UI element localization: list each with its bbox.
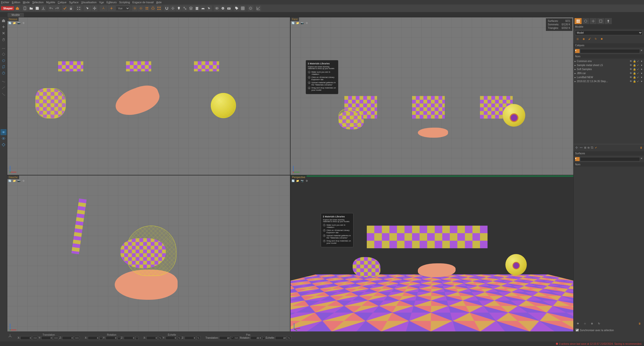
sym-y-icon[interactable] <box>138 6 144 11</box>
layer-filter-input[interactable] <box>580 49 640 53</box>
rp-tab-2-icon[interactable] <box>582 18 589 24</box>
open-icon[interactable] <box>28 6 34 11</box>
apply-icon[interactable] <box>62 6 68 11</box>
chevron-down-icon[interactable]: ▾ <box>640 60 643 63</box>
rp-brush-icon[interactable]: 🖌 <box>587 36 592 41</box>
tx-input[interactable] <box>20 336 32 340</box>
layer-row[interactable]: ▸Common env👁🔒✓▾ <box>574 59 644 63</box>
menu-modele[interactable]: Modèle <box>46 1 55 4</box>
vp-gear-icon[interactable]: ⚙ <box>305 21 309 25</box>
lt-diamond-icon[interactable] <box>1 51 7 57</box>
grid-icon[interactable] <box>240 6 246 11</box>
sym-xy-icon[interactable] <box>144 6 150 11</box>
gizmo-icon[interactable] <box>100 6 107 11</box>
redo-icon[interactable] <box>54 6 60 11</box>
lt-cycle2-icon[interactable] <box>1 70 7 76</box>
rp-tab-light-icon[interactable] <box>605 18 612 24</box>
visibility-icon[interactable]: 👁 <box>629 60 632 63</box>
lt-plus-icon[interactable] <box>1 24 7 30</box>
model-select[interactable]: Model <box>575 30 642 35</box>
layer-row[interactable]: ▸Sample metal sheet LS👁🔒✓▾ <box>574 63 644 67</box>
pivot-individual-icon[interactable]: ⊕ <box>589 321 595 326</box>
vp-refresh-icon[interactable]: 🔄 <box>8 179 12 183</box>
rp-tab-model-icon[interactable] <box>575 18 582 24</box>
pin-icon[interactable] <box>176 6 182 11</box>
add-layer-icon[interactable]: ➕ <box>575 146 578 149</box>
group-icon[interactable]: ⊞ <box>584 146 586 149</box>
tag-icon[interactable] <box>234 6 239 11</box>
filter2-icon[interactable]: ▾ <box>575 157 580 161</box>
chevron-down-icon[interactable]: ▾ <box>640 64 643 67</box>
check-icon[interactable]: ✓ <box>636 80 639 83</box>
tab-modele[interactable]: Modèle <box>8 13 24 17</box>
lock-icon[interactable]: 🔒 <box>633 76 636 79</box>
vp-folder-icon[interactable]: 📁 <box>12 179 16 183</box>
check-icon[interactable]: ✓ <box>636 72 639 75</box>
lt-target2-icon[interactable] <box>1 142 7 148</box>
vp-gear-icon[interactable]: ⚙ <box>305 179 309 183</box>
surface-filter-input[interactable] <box>580 157 640 161</box>
target-icon[interactable] <box>248 6 253 11</box>
rp-tab-4-icon[interactable] <box>597 18 604 24</box>
array-icon[interactable] <box>156 6 162 11</box>
lt-swirl-icon[interactable] <box>1 58 7 64</box>
lt-spline-icon[interactable] <box>1 45 7 51</box>
stack-icon[interactable] <box>194 6 200 11</box>
sym-x-icon[interactable] <box>132 6 138 11</box>
lock-icon[interactable]: 🔒 <box>633 60 636 63</box>
lt-curve1-icon[interactable] <box>1 79 7 85</box>
clear-filter-icon[interactable]: ✕ <box>640 49 642 53</box>
step-tr-input[interactable] <box>219 336 230 340</box>
layers-icon[interactable] <box>188 6 194 11</box>
menu-aide[interactable]: Aide <box>156 1 162 4</box>
delete-icon[interactable]: 🗑 <box>640 146 642 149</box>
rx-input[interactable] <box>88 336 99 340</box>
viewport-perspective[interactable]: Perspective 🔄 📁 📷 ⚙ ℹMaterials Libraries… <box>291 175 573 333</box>
lt-curve2-icon[interactable] <box>1 85 7 91</box>
vp-refresh-icon[interactable]: 🔄 <box>291 21 295 25</box>
rp-rotate-icon[interactable]: ↻ <box>593 36 598 41</box>
duplicate-icon[interactable]: ⿻ <box>591 146 593 149</box>
menu-surface[interactable]: Surface <box>69 1 78 4</box>
vp-folder-icon[interactable]: 📁 <box>296 21 300 25</box>
lt-curve3-icon[interactable] <box>1 91 7 97</box>
viewport-left[interactable]: Gauche 🔄 📁 📷 ⚙ <box>7 175 290 333</box>
pivot-median-icon[interactable]: ⊹ <box>582 321 588 326</box>
layer-row[interactable]: ▸JBN car👁🔒✓▾ <box>574 71 644 75</box>
visibility-icon[interactable]: 👁 <box>629 72 632 75</box>
lt-home-icon[interactable] <box>1 18 7 24</box>
ry-input[interactable] <box>106 336 117 340</box>
view-mode-select[interactable]: Vue <box>116 6 130 11</box>
filter-icon[interactable]: ▾ <box>575 49 580 53</box>
vp-camera-icon[interactable]: 📷 <box>300 179 304 183</box>
menu-calque[interactable]: Calque <box>58 1 67 4</box>
eye-icon[interactable] <box>214 6 220 11</box>
menu-mode[interactable]: Mode <box>23 1 30 4</box>
camera-icon[interactable] <box>226 6 232 11</box>
select-mode-icon[interactable] <box>84 6 91 11</box>
visibility-icon[interactable]: 👁 <box>629 80 632 83</box>
undo-icon[interactable] <box>48 6 54 11</box>
menu-editeurs[interactable]: Editeurs <box>106 1 116 4</box>
viewport-front[interactable]: Face 🔄 📁 📷 ⚙ Surfaces: 0/21 Sommets: 0/1… <box>291 17 573 175</box>
lt-orbit-icon[interactable] <box>1 129 7 135</box>
lt-hand-icon[interactable] <box>1 36 7 42</box>
lt-cycle-icon[interactable] <box>1 64 7 70</box>
menu-vue[interactable]: Vue <box>99 1 104 4</box>
check-icon[interactable]: ✓ <box>636 76 639 79</box>
menu-visualisation[interactable]: Visualisation <box>81 1 97 4</box>
rp-target-icon[interactable]: ◎ <box>575 36 580 41</box>
check-icon[interactable]: ✓ <box>636 64 639 67</box>
lock-icon[interactable]: 🔒 <box>633 64 636 67</box>
vp-camera-icon[interactable]: 📷 <box>17 179 21 183</box>
layer-row[interactable]: ▸LumiBall NEW👁🔒✓▾ <box>574 75 644 79</box>
apply2-icon[interactable]: ✔ <box>595 146 597 149</box>
vp-refresh-icon[interactable]: 🔄 <box>291 179 295 183</box>
chevron-down-icon[interactable]: ▾ <box>640 80 643 83</box>
translate-icon[interactable] <box>92 6 97 11</box>
chevron-down-icon[interactable]: ▾ <box>640 76 643 79</box>
pivot-cursor-icon[interactable]: ↻ <box>596 321 602 326</box>
vp-refresh-icon[interactable]: 🔄 <box>8 21 12 25</box>
car-icon[interactable] <box>200 6 206 11</box>
menu-edition[interactable]: Edition <box>12 1 20 4</box>
